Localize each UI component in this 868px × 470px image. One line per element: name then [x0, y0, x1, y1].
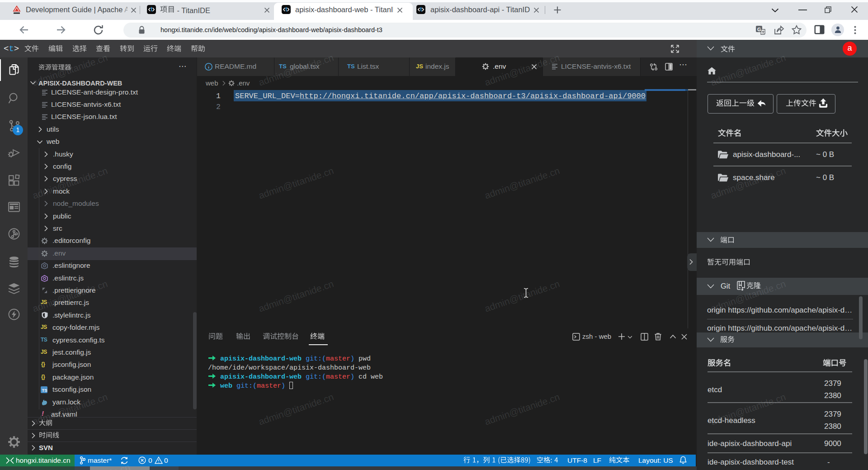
svg-text:G: G	[757, 27, 761, 32]
svg-text:TS: TS	[42, 388, 47, 393]
